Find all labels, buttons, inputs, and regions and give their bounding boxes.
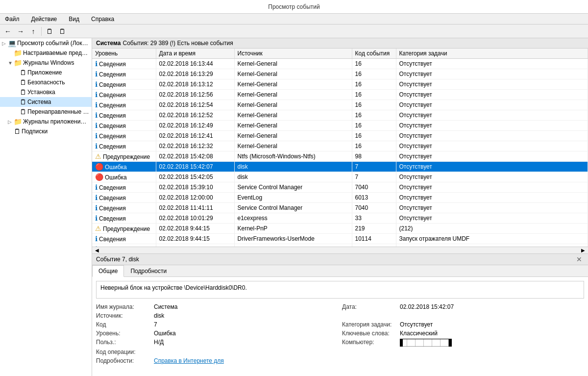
col-header-level[interactable]: Уровень <box>92 49 156 59</box>
table-container: Уровень Дата и время Источник Код событи… <box>92 49 588 253</box>
table-row[interactable]: ℹСведения 02.02.2018 16:12:49 Kernel-Gen… <box>92 121 588 131</box>
task-label: Категория задачи: <box>342 321 396 328</box>
detail-header: Событие 7, disk ✕ <box>92 254 588 265</box>
tree-item-applogs[interactable]: ▷ 📁 Журналы приложений и с... <box>0 117 92 126</box>
cell-level: ℹСведения <box>92 141 156 151</box>
right-panel: Система События: 29 389 (!) Есть новые с… <box>92 38 588 376</box>
cell-level: ℹСведения <box>92 110 156 121</box>
cell-code: 7040 <box>352 203 396 213</box>
level-icon-info: ℹ <box>95 142 98 150</box>
level-icon-info: ℹ <box>95 132 98 140</box>
cell-category: Отсутствует <box>396 172 588 182</box>
menu-action[interactable]: Действие <box>28 15 60 24</box>
tab-general[interactable]: Общие <box>92 265 124 277</box>
detail-close-button[interactable]: ✕ <box>574 255 584 263</box>
table-row[interactable]: ℹСведения 02.02.2018 16:12:41 Kernel-Gen… <box>92 131 588 141</box>
tree-item-system[interactable]: 🗒 Система <box>0 97 92 107</box>
cell-level: ℹСведения <box>92 79 156 90</box>
toolbar-up-button[interactable]: ↑ <box>27 26 39 37</box>
toolbar-forward-button[interactable]: → <box>15 26 26 37</box>
cell-level: ℹСведения <box>92 90 156 100</box>
table-row[interactable]: ℹСведения 02.02.2018 16:13:44 Kernel-Gen… <box>92 59 588 69</box>
cell-code: 33 <box>352 213 396 224</box>
opcode-value <box>154 349 338 355</box>
event-list-count: События: 29 389 (!) Есть новые события <box>123 40 233 47</box>
tree-item-security[interactable]: 🗒 Безопасность <box>0 77 92 87</box>
table-row[interactable]: ⚠Предупреждение 02.02.2018 9:44:15 Kerne… <box>92 224 588 234</box>
cell-datetime: 02.02.2018 15:42:08 <box>156 151 234 162</box>
cell-category: Отсутствует <box>396 121 588 131</box>
details-link[interactable]: Справка в Интернете для <box>154 357 224 364</box>
table-row[interactable]: ℹСведения 02.02.2018 16:13:12 Kernel-Gen… <box>92 79 588 90</box>
event-list-tab[interactable]: Система <box>96 40 121 47</box>
left-panel: ▷ 💻 Просмотр событий (Локальн... 📁 Настр… <box>0 38 92 376</box>
tree-item-forwarded[interactable]: 🗒 Перенаправленные соб... <box>0 107 92 117</box>
tree-label-app: Приложение <box>27 69 62 76</box>
menu-view[interactable]: Вид <box>66 15 82 24</box>
cell-source: Kernel-General <box>234 69 352 79</box>
cell-code: 7 <box>352 172 396 182</box>
log-icon-setup: 🗒 <box>20 88 26 96</box>
toolbar-doc1-button[interactable]: 🗒 <box>44 26 55 37</box>
table-row[interactable]: ℹСведения 02.02.2018 10:01:29 e1cexpress… <box>92 213 588 224</box>
tree-item-subscriptions[interactable]: 🗒 Подписки <box>0 126 92 136</box>
tree-item-app[interactable]: 🗒 Приложение <box>0 68 92 77</box>
log-icon-security: 🗒 <box>20 78 26 86</box>
cell-category: Отсутствует <box>396 131 588 141</box>
table-row[interactable]: ℹСведения 02.02.2018 9:44:15 DriverFrame… <box>92 234 588 244</box>
table-row[interactable]: ℹСведения 02.02.2018 16:12:32 Kernel-Gen… <box>92 141 588 151</box>
tree-item-winlogs[interactable]: ▼ 📁 Журналы Windows <box>0 58 92 68</box>
menu-help[interactable]: Справка <box>88 15 117 24</box>
cell-level: ℹСведения <box>92 131 156 141</box>
col-header-datetime[interactable]: Дата и время <box>156 49 234 59</box>
table-row[interactable]: ℹСведения 02.02.2018 15:39:10 Service Co… <box>92 182 588 193</box>
tree-label-security: Безопасность <box>27 79 65 86</box>
col-header-category[interactable]: Категория задачи <box>396 49 588 59</box>
menu-file[interactable]: Файл <box>2 15 23 24</box>
cell-category: Отсутствует <box>396 110 588 121</box>
table-row[interactable]: 🔴Ошибка 02.02.2018 15:42:05 disk 7 Отсут… <box>92 172 588 182</box>
table-row[interactable]: ⚠Предупреждение 02.02.2018 15:42:08 Ntfs… <box>92 151 588 162</box>
level-icon-info: ℹ <box>95 91 98 99</box>
cell-source: Kernel-General <box>234 100 352 110</box>
table-wrapper[interactable]: Уровень Дата и время Источник Код событи… <box>92 49 588 247</box>
level-icon-info: ℹ <box>95 235 98 243</box>
source-value: disk <box>154 312 338 319</box>
col-header-code[interactable]: Код события <box>352 49 396 59</box>
keywords-label: Ключевые слова: <box>342 330 396 337</box>
title-bar: Просмотр событий <box>0 0 588 14</box>
journal-value: Система <box>154 303 338 310</box>
tree-item-root[interactable]: ▷ 💻 Просмотр событий (Локальн... <box>0 38 92 48</box>
code-value: 7 <box>154 321 338 328</box>
col-header-source[interactable]: Источник <box>234 49 352 59</box>
table-row[interactable]: ℹСведения 02.02.2018 16:12:54 Kernel-Gen… <box>92 100 588 110</box>
cell-level: ℹСведения <box>92 213 156 224</box>
cell-source: Kernel-General <box>234 59 352 69</box>
toolbar-back-button[interactable]: ← <box>2 26 14 37</box>
table-row[interactable]: 🔴Ошибка 02.02.2018 15:42:07 disk 7 Отсут… <box>92 162 588 172</box>
level-icon-error: 🔴 <box>95 163 103 171</box>
tree-item-setup[interactable]: 🗒 Установка <box>0 87 92 97</box>
cell-category: Отсутствует <box>396 182 588 193</box>
detail-tabs: Общие Подробности <box>92 265 588 277</box>
horizontal-scrollbar[interactable]: ◀ ▶ <box>92 247 588 253</box>
table-row[interactable]: ℹСведения 02.02.2018 16:13:29 Kernel-Gen… <box>92 69 588 79</box>
level-icon-info: ℹ <box>95 122 98 129</box>
tab-details[interactable]: Подробности <box>124 265 173 277</box>
tree-label-winlogs: Журналы Windows <box>23 59 74 66</box>
cell-datetime: 02.02.2018 16:13:44 <box>156 59 234 69</box>
toolbar-doc2-button[interactable]: 🗒 <box>56 26 68 37</box>
tree-item-custom[interactable]: 📁 Настраиваемые представле... <box>0 48 92 58</box>
cell-source: disk <box>234 172 352 182</box>
cell-source: Kernel-General <box>234 141 352 151</box>
event-list-header: Система События: 29 389 (!) Есть новые с… <box>92 38 588 49</box>
table-row[interactable]: ℹСведения 02.02.2018 16:12:56 Kernel-Gen… <box>92 90 588 100</box>
table-row[interactable]: ℹСведения 02.02.2018 16:12:52 Kernel-Gen… <box>92 110 588 121</box>
expand-icon-winlogs: ▼ <box>8 60 13 66</box>
cell-category: Отсутствует <box>396 141 588 151</box>
details-label: Подробности: <box>96 357 150 364</box>
cell-source: DriverFrameworks-UserMode <box>234 234 352 244</box>
table-row[interactable]: ℹСведения 02.02.2018 11:41:11 Service Co… <box>92 203 588 213</box>
table-row[interactable]: ℹСведения 02.02.2018 12:00:00 EventLog 6… <box>92 193 588 203</box>
h-scrollbar-track[interactable] <box>102 247 578 254</box>
